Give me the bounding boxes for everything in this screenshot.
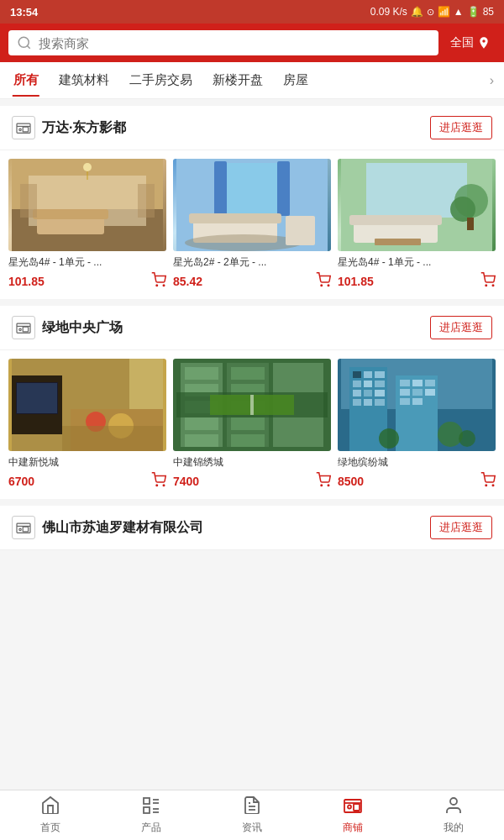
tab-house[interactable]: 房屋: [273, 64, 318, 97]
room2-svg: [173, 159, 331, 251]
product-img-5: [173, 359, 331, 451]
svg-rect-34: [349, 215, 442, 225]
product-img-6: [338, 359, 496, 451]
search-input-wrap[interactable]: [8, 30, 438, 55]
svg-rect-93: [425, 389, 435, 396]
tab-all[interactable]: 所有: [3, 64, 49, 97]
svg-point-97: [438, 422, 463, 447]
tab-secondhand[interactable]: 二手房交易: [119, 64, 202, 97]
product-card-5[interactable]: 中建锦绣城 7400: [173, 359, 331, 491]
search-input[interactable]: [39, 36, 430, 50]
product-footer-4: 6700: [8, 472, 166, 491]
nav-news[interactable]: 资讯: [202, 790, 302, 840]
product-title-3: 星光岛4# - 1单元 - ...: [338, 255, 496, 270]
svg-line-1: [27, 45, 29, 48]
store-wanda-icon: [12, 116, 35, 139]
cart-btn-4[interactable]: [151, 472, 166, 491]
svg-rect-9: [33, 209, 108, 219]
cart-btn-3[interactable]: [480, 272, 496, 291]
svg-rect-20: [277, 161, 290, 216]
svg-point-113: [348, 806, 351, 809]
store-sudilo-name-wrap: 佛山市苏迪罗建材有限公司: [12, 516, 203, 539]
svg-rect-83: [375, 390, 385, 396]
svg-rect-60: [185, 417, 218, 430]
svg-rect-50: [129, 359, 163, 409]
svg-point-71: [328, 485, 329, 486]
tab-building[interactable]: 建筑材料: [49, 64, 119, 97]
status-icons: 0.09 K/s 🔔 ⊙ 📶 ▲ 🔋 85: [370, 6, 494, 18]
nav-shop[interactable]: 商铺: [302, 790, 403, 840]
svg-rect-69: [250, 395, 254, 415]
bottom-nav: 首页 产品 资讯: [0, 790, 504, 840]
svg-rect-61: [185, 434, 218, 447]
product-card-3[interactable]: 星光岛4# - 1单元 - ... 101.85: [338, 159, 496, 291]
svg-rect-12: [20, 184, 37, 218]
svg-rect-78: [353, 381, 361, 387]
store-greenland-enter-btn[interactable]: 进店逛逛: [430, 316, 492, 339]
svg-rect-89: [412, 380, 423, 386]
tab-more-arrow[interactable]: ›: [483, 73, 501, 88]
apt3-svg: [338, 359, 496, 451]
svg-rect-86: [375, 399, 385, 406]
product-img-1: [8, 159, 166, 251]
svg-rect-22: [189, 213, 281, 223]
products-icon: [141, 795, 161, 819]
svg-point-3: [19, 129, 21, 130]
svg-point-23: [185, 234, 302, 251]
apt1-svg: [8, 359, 166, 451]
svg-rect-87: [396, 375, 438, 451]
svg-rect-45: [17, 383, 57, 413]
nav-mine-label: 我的: [444, 821, 464, 835]
svg-point-0: [18, 37, 29, 47]
product-price-1: 101.85: [8, 275, 45, 288]
svg-point-36: [486, 285, 487, 286]
store-greenland-products: 中建新悦城 6700: [0, 350, 504, 499]
category-tabs: 所有 建筑材料 二手房交易 新楼开盘 房屋 ›: [0, 62, 504, 99]
nav-mine[interactable]: 我的: [403, 790, 504, 840]
svg-point-14: [156, 285, 158, 286]
cart-btn-6[interactable]: [480, 472, 496, 491]
store-sudilo-enter-btn[interactable]: 进店逛逛: [430, 516, 492, 539]
product-price-5: 7400: [173, 475, 199, 488]
svg-rect-114: [354, 804, 360, 811]
svg-point-51: [156, 485, 158, 486]
svg-rect-32: [467, 218, 474, 230]
product-img-3: [338, 159, 496, 251]
location-button[interactable]: 全国: [445, 32, 496, 54]
svg-point-26: [328, 285, 329, 286]
search-icon: [17, 35, 32, 50]
store-wanda: 万达·东方影都 进店逛逛: [0, 106, 504, 299]
notification-icon: 🔔: [411, 6, 423, 18]
svg-rect-75: [353, 371, 361, 378]
nav-shop-label: 商铺: [343, 821, 363, 835]
svg-rect-62: [231, 367, 265, 380]
battery-level: 85: [483, 6, 494, 18]
clock-icon: ⊙: [427, 7, 434, 18]
svg-rect-13: [138, 184, 155, 218]
product-card-2[interactable]: 星光岛2# - 2单元 - ... 85.42: [173, 159, 331, 291]
product-card-1[interactable]: 星光岛4# - 1单元 - ... 101.85: [8, 159, 166, 291]
nav-home[interactable]: 首页: [0, 790, 101, 840]
svg-rect-88: [400, 380, 410, 386]
cart-btn-1[interactable]: [151, 272, 166, 291]
svg-rect-81: [353, 390, 361, 396]
svg-rect-84: [353, 399, 361, 406]
store-sudilo-name: 佛山市苏迪罗建材有限公司: [42, 519, 203, 537]
product-card-6[interactable]: 绿地缤纷城 8500: [338, 359, 496, 491]
store-wanda-enter-btn[interactable]: 进店逛逛: [430, 116, 492, 139]
nav-products[interactable]: 产品: [101, 790, 202, 840]
svg-rect-104: [144, 798, 150, 804]
product-title-2: 星光岛2# - 2单元 - ...: [173, 255, 331, 270]
shop-icon: [343, 795, 363, 819]
room1-svg: [8, 159, 166, 251]
tab-newhouse[interactable]: 新楼开盘: [202, 64, 273, 97]
cart-btn-5[interactable]: [316, 472, 331, 491]
store-greenland-header: 绿地中央广场 进店逛逛: [0, 306, 504, 350]
cart-btn-2[interactable]: [316, 272, 331, 291]
store-greenland-icon: [12, 316, 35, 339]
product-footer-1: 101.85: [8, 272, 166, 291]
product-card-4[interactable]: 中建新悦城 6700: [8, 359, 166, 491]
svg-rect-91: [400, 389, 410, 396]
svg-rect-94: [400, 398, 410, 405]
svg-point-100: [492, 485, 494, 486]
